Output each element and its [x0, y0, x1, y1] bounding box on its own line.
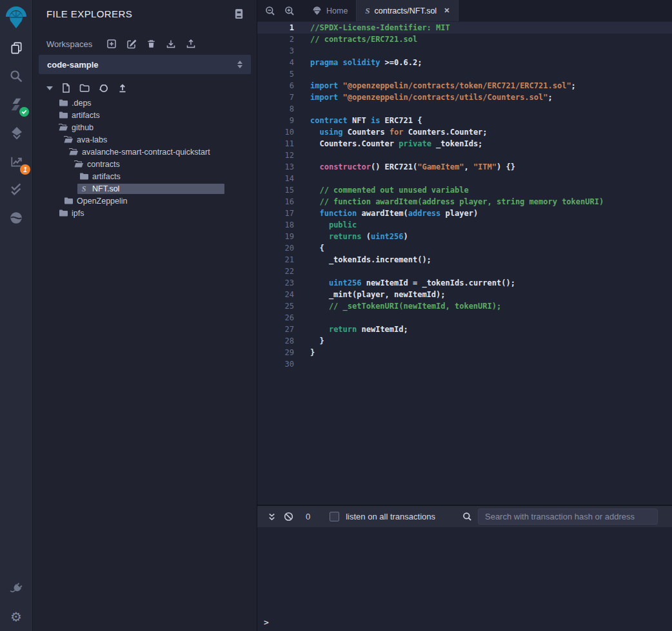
code-line[interactable]: 22 [257, 266, 672, 277]
code-line[interactable]: 18 public [257, 219, 672, 231]
line-number[interactable]: 29 [257, 347, 294, 358]
workspace-select[interactable]: code-sample [39, 55, 251, 74]
remix-logo-icon[interactable] [0, 0, 32, 34]
line-number[interactable]: 24 [257, 289, 294, 300]
code-line[interactable]: 20 { [257, 242, 672, 254]
line-number[interactable]: 25 [257, 300, 294, 312]
line-number[interactable]: 28 [257, 335, 294, 347]
solidity-compiler-icon[interactable] [0, 90, 32, 119]
new-file-icon[interactable] [62, 83, 70, 93]
line-number[interactable]: 23 [257, 277, 294, 289]
tab-home[interactable]: Home [304, 0, 356, 21]
line-number[interactable]: 12 [257, 150, 294, 161]
code-line[interactable]: 28 } [257, 335, 672, 347]
line-number[interactable]: 5 [257, 68, 294, 80]
code-line[interactable]: 24 _mint(player, newItemId); [257, 289, 672, 300]
tree-item[interactable]: SNFT.sol [33, 182, 257, 195]
line-number[interactable]: 20 [257, 242, 294, 254]
tab-contracts-nft-sol[interactable]: S contracts/NFT.sol ✕ [356, 0, 459, 21]
analytics-icon[interactable]: 1 [0, 147, 32, 175]
line-number[interactable]: 19 [257, 231, 294, 242]
code-line[interactable]: 3 [257, 45, 672, 57]
code-line[interactable]: 27 return newItemId; [257, 324, 672, 335]
code-line[interactable]: 6import "@openzeppelin/contracts/token/E… [257, 80, 672, 92]
restore-workspaces-icon[interactable] [186, 39, 196, 49]
code-line[interactable]: 8 [257, 103, 672, 115]
line-number[interactable]: 9 [257, 115, 294, 126]
code-line[interactable]: 11 Counters.Counter private _tokenIds; [257, 138, 672, 150]
code-line[interactable]: 12 [257, 150, 672, 161]
tree-item[interactable]: avalanche-smart-contract-quickstart [33, 146, 257, 158]
tree-item[interactable]: github [33, 121, 257, 133]
code-line[interactable]: 7import "@openzeppelin/contracts/utils/C… [257, 92, 672, 103]
code-line[interactable]: 25 // _setTokenURI(newItemId, tokenURI); [257, 300, 672, 312]
tree-item[interactable]: ava-labs [33, 133, 257, 146]
tree-item[interactable]: ipfs [33, 207, 257, 219]
publish-to-gist-icon[interactable] [99, 83, 109, 93]
line-number[interactable]: 22 [257, 266, 294, 277]
line-number[interactable]: 11 [257, 138, 294, 150]
line-number[interactable]: 17 [257, 208, 294, 219]
line-number[interactable]: 26 [257, 312, 294, 324]
zoom-in-icon[interactable] [284, 6, 295, 16]
expand-chevrons-icon[interactable] [268, 512, 276, 521]
line-number[interactable]: 7 [257, 92, 294, 103]
zoom-out-icon[interactable] [265, 6, 275, 16]
code-line[interactable]: 19 returns (uint256) [257, 231, 672, 242]
line-number[interactable]: 30 [257, 358, 294, 370]
delete-workspace-icon[interactable] [146, 39, 156, 49]
code-line[interactable]: 26 [257, 312, 672, 324]
file-explorer-icon[interactable] [0, 34, 32, 62]
tree-item[interactable]: artifacts [33, 109, 257, 121]
code-line[interactable]: 30 [257, 358, 672, 370]
tree-item[interactable]: artifacts [33, 170, 257, 182]
plugin-manager-icon[interactable] [0, 574, 32, 603]
code-line[interactable]: 1//SPDX-License-Identifier: MIT [257, 22, 672, 34]
unit-testing-icon[interactable] [0, 175, 32, 204]
line-number[interactable]: 27 [257, 324, 294, 335]
listen-checkbox[interactable] [330, 512, 339, 521]
clear-console-icon[interactable] [284, 512, 293, 521]
search-icon[interactable] [0, 62, 32, 90]
line-number[interactable]: 18 [257, 219, 294, 231]
code-line[interactable]: 10 using Counters for Counters.Counter; [257, 126, 672, 138]
close-icon[interactable]: ✕ [444, 6, 450, 15]
transaction-search-input[interactable] [478, 509, 658, 525]
code-line[interactable]: 23 uint256 newItemId = _tokenIds.current… [257, 277, 672, 289]
new-folder-icon[interactable] [79, 84, 90, 92]
code-line[interactable]: 5 [257, 68, 672, 80]
line-number[interactable]: 21 [257, 254, 294, 266]
code-line[interactable]: 14 [257, 173, 672, 184]
code-line[interactable]: 15 // commented out unused variable [257, 184, 672, 196]
journal-icon[interactable] [234, 8, 244, 19]
terminal-output[interactable]: > [257, 527, 672, 631]
line-number[interactable]: 16 [257, 196, 294, 208]
line-number[interactable]: 13 [257, 161, 294, 173]
line-number[interactable]: 10 [257, 126, 294, 138]
download-workspaces-icon[interactable] [166, 39, 176, 49]
code-line[interactable]: 4pragma solidity >=0.6.2; [257, 57, 672, 68]
line-number[interactable]: 8 [257, 103, 294, 115]
upload-file-icon[interactable] [118, 84, 127, 93]
settings-icon[interactable]: ⚙ [0, 603, 32, 631]
sourcify-icon[interactable] [0, 204, 32, 232]
code-line[interactable]: 17 function awardItem(address player) [257, 208, 672, 219]
line-number[interactable]: 14 [257, 173, 294, 184]
code-line[interactable]: 9contract NFT is ERC721 { [257, 115, 672, 126]
line-number[interactable]: 3 [257, 45, 294, 57]
code-line[interactable]: 13 constructor() ERC721("GameItem", "ITM… [257, 161, 672, 173]
tree-item[interactable]: contracts [33, 158, 257, 170]
tree-item[interactable]: OpenZeppelin [33, 195, 257, 207]
code-line[interactable]: 2// contracts/ERC721.sol [257, 34, 672, 45]
collapse-caret-icon[interactable] [46, 86, 53, 90]
line-number[interactable]: 4 [257, 57, 294, 68]
line-number[interactable]: 15 [257, 184, 294, 196]
code-editor[interactable]: 1//SPDX-License-Identifier: MIT2// contr… [257, 21, 672, 505]
code-line[interactable]: 29} [257, 347, 672, 358]
code-line[interactable]: 21 _tokenIds.increment(); [257, 254, 672, 266]
line-number[interactable]: 1 [257, 22, 294, 34]
deploy-and-run-icon[interactable] [0, 119, 32, 147]
tree-item[interactable]: .deps [33, 97, 257, 109]
line-number[interactable]: 6 [257, 80, 294, 92]
line-number[interactable]: 2 [257, 34, 294, 45]
